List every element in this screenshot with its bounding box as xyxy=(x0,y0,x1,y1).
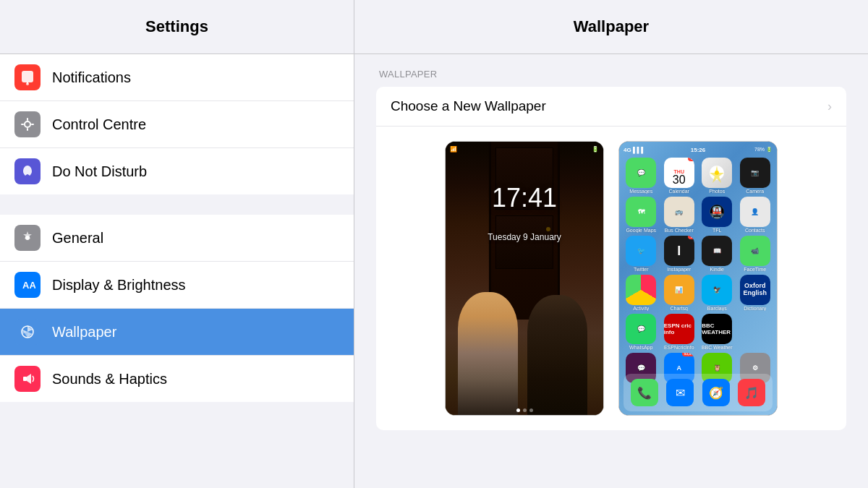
app-instapaper-label: Instapaper xyxy=(667,267,691,272)
app-kindle-icon: 📖 xyxy=(702,236,732,266)
dock-phone[interactable]: 📞 xyxy=(631,379,658,406)
main-content: Notifications Control Centre xyxy=(0,54,868,488)
app-barclays[interactable]: 🦅 Barclays xyxy=(699,275,735,311)
app-maps-label: Google Maps xyxy=(626,228,656,233)
app-kindle-label: Kindle xyxy=(710,267,724,272)
settings-group-1: Notifications Control Centre xyxy=(0,54,354,194)
sidebar-item-sounds[interactable]: Sounds & Haptics xyxy=(0,356,354,402)
dock-mail[interactable]: ✉ xyxy=(666,379,694,406)
app-contacts-icon: 👤 xyxy=(740,197,770,227)
kids-layer xyxy=(446,278,603,415)
app-calendar[interactable]: THU 30 3 Calendar xyxy=(662,158,697,194)
app-placeholder xyxy=(738,314,773,350)
display-label: Display & Brightness xyxy=(52,277,186,294)
sidebar-item-wallpaper[interactable]: Wallpaper xyxy=(0,309,354,356)
svg-text:AA: AA xyxy=(22,280,35,291)
app-tfl-icon: 🚇 xyxy=(702,197,732,227)
app-calendar-icon: THU 30 3 xyxy=(664,158,694,188)
sidebar-item-display[interactable]: AA Display & Brightness xyxy=(0,262,354,309)
app-espn[interactable]: ESPN cric info ESPNcricInfo xyxy=(662,314,697,350)
wallpaper-section-header: WALLPAPER xyxy=(376,69,846,80)
lock-screen-preview[interactable]: 17:41 Tuesday 9 January 📶 🔋 xyxy=(445,141,604,416)
app-maps[interactable]: 🗺 Google Maps xyxy=(624,197,659,233)
header-right: Wallpaper xyxy=(354,0,868,53)
svg-rect-0 xyxy=(22,71,33,82)
dock-music[interactable]: 🎵 xyxy=(738,379,765,406)
wallpaper-icon xyxy=(14,319,41,345)
app-whatsapp[interactable]: 💬 WhatsApp xyxy=(624,314,659,350)
app-tfl[interactable]: 🚇 TFL xyxy=(699,197,735,233)
home-screen-preview[interactable]: 4G ▌▌▌ 15:26 78% 🔋 💬 Messages xyxy=(618,141,778,416)
app-camera-icon: 📷 xyxy=(740,158,770,188)
choose-wallpaper-label: Choose a New Wallpaper xyxy=(391,98,546,114)
app-whatsapp-icon: 💬 xyxy=(626,314,656,344)
app-bus[interactable]: 🚌 Bus Checker xyxy=(662,197,697,233)
choose-wallpaper-row[interactable]: Choose a New Wallpaper › xyxy=(376,87,846,127)
wallpaper-previews: 17:41 Tuesday 9 January 📶 🔋 xyxy=(376,127,846,430)
settings-header-title: Settings xyxy=(145,17,208,36)
app-photos[interactable]: Photos xyxy=(699,158,735,194)
lock-status-bar: 📶 🔋 xyxy=(450,145,599,153)
display-icon: AA xyxy=(14,272,41,298)
app-facetime-label: FaceTime xyxy=(744,267,766,272)
home-apps-grid: 💬 Messages THU 30 3 xyxy=(624,158,773,386)
sidebar-item-notifications[interactable]: Notifications xyxy=(0,54,354,101)
control-centre-icon xyxy=(14,111,41,137)
door-handle xyxy=(546,227,550,231)
app-oxford[interactable]: Oxford English Dictionary xyxy=(738,275,773,311)
app-instapaper[interactable]: I 2 Instapaper xyxy=(662,236,697,272)
dock-safari[interactable]: 🧭 xyxy=(702,379,730,406)
sidebar-item-control-centre[interactable]: Control Centre xyxy=(0,101,354,148)
general-label: General xyxy=(52,230,103,247)
lock-screen-bg: 17:41 Tuesday 9 January 📶 🔋 xyxy=(446,142,603,415)
sidebar-item-general[interactable]: General xyxy=(0,215,354,262)
notifications-icon xyxy=(14,64,41,90)
svg-rect-11 xyxy=(23,377,27,381)
home-battery: 78% 🔋 xyxy=(754,147,773,153)
wallpaper-header-title: Wallpaper xyxy=(574,17,649,36)
app-placeholder-icon xyxy=(740,314,770,344)
home-dock: 📞 ✉ 🧭 🎵 xyxy=(624,374,773,411)
app-kindle[interactable]: 📖 Kindle xyxy=(699,236,735,272)
app-bus-label: Bus Checker xyxy=(665,228,694,233)
app-camera[interactable]: 📷 Camera xyxy=(738,158,773,194)
app-barclays-label: Barclays xyxy=(707,306,727,311)
header-left: Settings xyxy=(0,0,354,53)
svg-rect-7 xyxy=(31,124,34,125)
svg-point-3 xyxy=(25,121,30,127)
kid-right xyxy=(527,295,587,415)
app-bus-icon: 🚌 xyxy=(664,197,694,227)
app-messages-icon: 💬 xyxy=(626,158,656,188)
app-barclays-icon: 🦅 xyxy=(702,275,732,305)
control-centre-label: Control Centre xyxy=(52,116,146,133)
lock-page-dots xyxy=(446,408,603,412)
group-divider-1 xyxy=(0,194,354,215)
app-whatsapp-label: WhatsApp xyxy=(629,345,652,350)
app-facetime-icon: 📹 xyxy=(740,236,770,266)
app-bbc-icon: BBC WEATHER xyxy=(702,314,732,344)
sidebar-item-do-not-disturb[interactable]: Do Not Disturb xyxy=(0,148,354,194)
app-contacts-label: Contacts xyxy=(745,228,765,233)
app-contacts[interactable]: 👤 Contacts xyxy=(738,197,773,233)
app-facetime[interactable]: 📹 FaceTime xyxy=(738,236,773,272)
wallpaper-setting-label: Wallpaper xyxy=(52,324,116,341)
app-messages[interactable]: 💬 Messages xyxy=(624,158,659,194)
lock-date: Tuesday 9 January xyxy=(446,232,603,242)
kid-left xyxy=(458,292,518,415)
app-tfl-label: TFL xyxy=(712,228,721,233)
app-bbc-label: BBC Weather xyxy=(702,345,733,350)
general-icon xyxy=(14,225,41,251)
app-camera-label: Camera xyxy=(746,189,764,194)
svg-point-13 xyxy=(715,171,719,175)
svg-rect-6 xyxy=(21,124,24,125)
app-chartsq[interactable]: 📊 Chartsq xyxy=(662,275,697,311)
app-bbc[interactable]: BBC WEATHER BBC Weather xyxy=(699,314,735,350)
app-chartsq-label: Chartsq xyxy=(670,306,688,311)
lock-battery: 🔋 xyxy=(592,146,599,153)
lock-signal: 📶 xyxy=(450,146,457,153)
app-activity[interactable]: Activity xyxy=(624,275,659,311)
do-not-disturb-label: Do Not Disturb xyxy=(52,163,147,180)
dot-3 xyxy=(529,408,533,412)
app-twitter[interactable]: 🐦 Twitter xyxy=(624,236,659,272)
app-instapaper-icon: I 2 xyxy=(664,236,694,266)
